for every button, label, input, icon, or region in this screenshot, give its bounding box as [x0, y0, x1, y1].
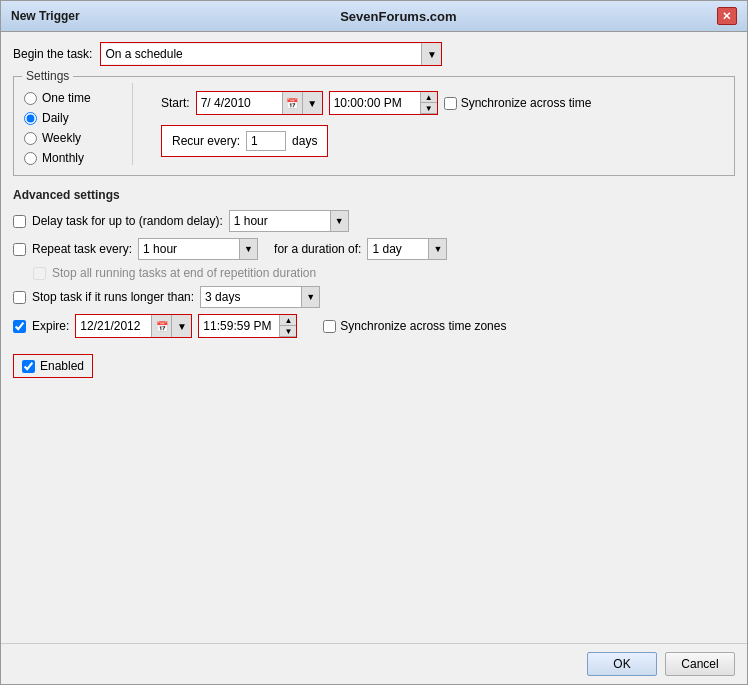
settings-legend: Settings [22, 69, 73, 83]
start-row: Start: 📅 ▼ ▲ ▼ [161, 91, 724, 115]
settings-right: Start: 📅 ▼ ▲ ▼ [141, 83, 724, 165]
radio-monthly-input[interactable] [24, 152, 37, 165]
expire-date-input[interactable] [76, 317, 151, 335]
duration-select[interactable]: 1 day 2 days Indefinitely [368, 240, 428, 258]
radio-one-time-label: One time [42, 91, 91, 105]
stop-running-row: Stop all running tasks at end of repetit… [33, 266, 735, 280]
begin-task-select-wrapper: On a schedule At log on At startup On id… [100, 42, 442, 66]
advanced-section: Advanced settings Delay task for up to (… [13, 188, 735, 378]
radio-daily-input[interactable] [24, 112, 37, 125]
recur-input[interactable] [246, 131, 286, 151]
radio-group: One time Daily Weekly Monthly [24, 83, 124, 165]
ok-button[interactable]: OK [587, 652, 657, 676]
stop-longer-select-arrow[interactable]: ▼ [301, 287, 319, 307]
sync-time-checkbox[interactable] [444, 97, 457, 110]
sync-checkbox-row: Synchronize across time [444, 96, 592, 110]
stop-longer-select[interactable]: 3 days 1 day 2 days [201, 288, 301, 306]
start-time-spinner: ▲ ▼ [420, 92, 437, 114]
stop-longer-checkbox[interactable] [13, 291, 26, 304]
dialog-footer: OK Cancel [1, 643, 747, 684]
stop-running-checkbox[interactable] [33, 267, 46, 280]
begin-task-select[interactable]: On a schedule At log on At startup On id… [101, 44, 421, 64]
for-duration-label: for a duration of: [274, 242, 361, 256]
dialog-title: New Trigger [11, 9, 80, 23]
close-icon: ✕ [722, 10, 731, 23]
expire-time-up[interactable]: ▲ [280, 315, 296, 326]
expire-time-down[interactable]: ▼ [280, 326, 296, 337]
stop-longer-row: Stop task if it runs longer than: 3 days… [13, 286, 735, 308]
site-title: SevenForums.com [340, 9, 456, 24]
repeat-task-row: Repeat task every: 1 hour 30 minutes 2 h… [13, 238, 735, 260]
expire-time-spinner: ▲ ▼ [279, 315, 296, 337]
recur-unit: days [292, 134, 317, 148]
start-time-up[interactable]: ▲ [421, 92, 437, 103]
expire-row: Expire: 📅 ▼ ▲ ▼ Synchronize across time … [13, 314, 735, 338]
radio-weekly[interactable]: Weekly [24, 131, 124, 145]
expire-label: Expire: [32, 319, 69, 333]
expire-date-dropdown-btn[interactable]: ▼ [171, 315, 191, 337]
begin-task-select-arrow[interactable]: ▼ [421, 43, 441, 65]
expire-time-input[interactable] [199, 317, 279, 335]
settings-divider [132, 83, 133, 165]
expire-date-wrapper: 📅 ▼ [75, 314, 192, 338]
delay-select-arrow[interactable]: ▼ [330, 211, 348, 231]
delay-task-checkbox[interactable] [13, 215, 26, 228]
recur-label: Recur every: [172, 134, 240, 148]
expire-date-cal-btn[interactable]: 📅 [151, 315, 171, 337]
sync-zones-checkbox[interactable] [323, 320, 336, 333]
start-date-input[interactable] [197, 94, 282, 112]
radio-weekly-input[interactable] [24, 132, 37, 145]
stop-longer-select-wrapper: 3 days 1 day 2 days ▼ [200, 286, 320, 308]
repeat-select[interactable]: 1 hour 30 minutes 2 hours [139, 240, 239, 258]
radio-daily[interactable]: Daily [24, 111, 124, 125]
sync-zones-row: Synchronize across time zones [323, 319, 506, 333]
enabled-label: Enabled [40, 359, 84, 373]
repeat-task-label: Repeat task every: [32, 242, 132, 256]
stop-longer-label: Stop task if it runs longer than: [32, 290, 194, 304]
new-trigger-dialog: New Trigger SevenForums.com ✕ Begin the … [0, 0, 748, 685]
duration-select-wrapper: 1 day 2 days Indefinitely ▼ [367, 238, 447, 260]
delay-task-row: Delay task for up to (random delay): 1 h… [13, 210, 735, 232]
dialog-content: Begin the task: On a schedule At log on … [1, 32, 747, 643]
delay-select-wrapper: 1 hour 30 minutes 2 hours ▼ [229, 210, 349, 232]
radio-monthly[interactable]: Monthly [24, 151, 124, 165]
settings-layout: One time Daily Weekly Monthly [24, 83, 724, 165]
delay-task-label: Delay task for up to (random delay): [32, 214, 223, 228]
expire-checkbox[interactable] [13, 320, 26, 333]
expire-time-wrapper: ▲ ▼ [198, 314, 297, 338]
start-time-input[interactable] [330, 94, 420, 112]
sync-time-label: Synchronize across time [461, 96, 592, 110]
start-date-picker-btn[interactable]: 📅 [282, 92, 302, 114]
repeat-select-wrapper: 1 hour 30 minutes 2 hours ▼ [138, 238, 258, 260]
cancel-button[interactable]: Cancel [665, 652, 735, 676]
radio-daily-label: Daily [42, 111, 69, 125]
radio-weekly-label: Weekly [42, 131, 81, 145]
radio-monthly-label: Monthly [42, 151, 84, 165]
close-button[interactable]: ✕ [717, 7, 737, 25]
stop-running-label: Stop all running tasks at end of repetit… [52, 266, 316, 280]
radio-one-time[interactable]: One time [24, 91, 124, 105]
enabled-row: Enabled [13, 354, 93, 378]
start-date-wrapper: 📅 ▼ [196, 91, 323, 115]
settings-group: Settings One time Daily Weekly [13, 76, 735, 176]
start-time-down[interactable]: ▼ [421, 103, 437, 114]
begin-task-row: Begin the task: On a schedule At log on … [13, 42, 735, 66]
radio-one-time-input[interactable] [24, 92, 37, 105]
delay-select[interactable]: 1 hour 30 minutes 2 hours [230, 212, 330, 230]
advanced-title: Advanced settings [13, 188, 735, 202]
duration-select-arrow[interactable]: ▼ [428, 239, 446, 259]
start-time-wrapper: ▲ ▼ [329, 91, 438, 115]
start-date-dropdown-btn[interactable]: ▼ [302, 92, 322, 114]
sync-zones-label: Synchronize across time zones [340, 319, 506, 333]
title-bar: New Trigger SevenForums.com ✕ [1, 1, 747, 32]
enabled-checkbox[interactable] [22, 360, 35, 373]
repeat-task-checkbox[interactable] [13, 243, 26, 256]
start-label: Start: [161, 96, 190, 110]
recur-row: Recur every: days [161, 125, 328, 157]
begin-task-label: Begin the task: [13, 47, 92, 61]
repeat-select-arrow[interactable]: ▼ [239, 239, 257, 259]
